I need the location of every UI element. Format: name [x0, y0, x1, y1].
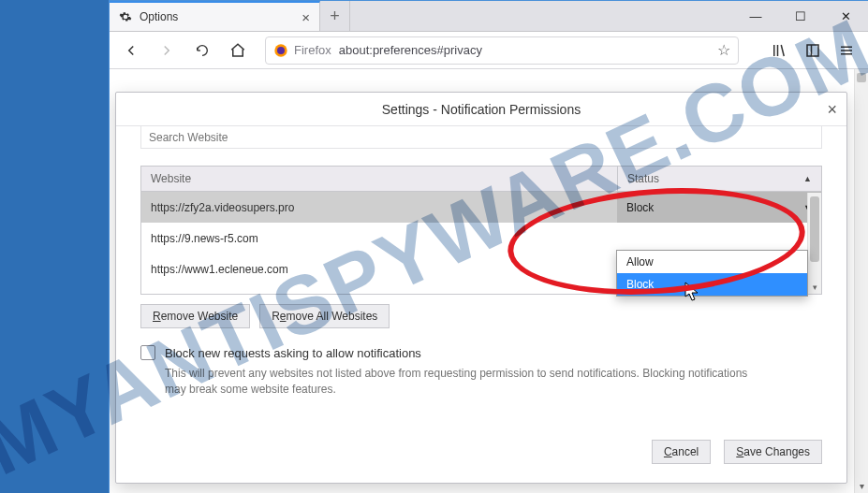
minimize-button[interactable]: —: [733, 1, 778, 31]
window-close-button[interactable]: ✕: [823, 1, 868, 31]
remove-all-websites-button[interactable]: Remove All Websites: [259, 304, 390, 328]
notification-permissions-dialog: Settings - Notification Permissions × We…: [115, 92, 847, 484]
svg-point-1: [277, 47, 285, 54]
tab-options[interactable]: Options ×: [110, 1, 320, 31]
checkbox-label: Block new requests asking to allow notif…: [165, 346, 421, 360]
column-status[interactable]: Status ▲: [617, 167, 821, 191]
tab-bar: Options × + — ☐ ✕: [110, 1, 868, 32]
status-cell[interactable]: Block ▼: [617, 192, 821, 223]
menu-button[interactable]: [832, 36, 861, 65]
scrollbar-thumb[interactable]: [857, 73, 866, 82]
firefox-icon: [273, 43, 288, 58]
reload-button[interactable]: [188, 36, 216, 65]
back-button[interactable]: [117, 36, 145, 65]
right-toolbar: [765, 36, 861, 65]
new-tab-button[interactable]: +: [320, 1, 350, 31]
column-status-label: Status: [627, 172, 659, 185]
table-row[interactable]: https://zfy2a.videosupers.pro Block ▼: [141, 192, 821, 223]
sort-caret-icon: ▲: [803, 174, 812, 183]
svg-rect-2: [807, 45, 818, 56]
website-cell: https://9.news-r5.com: [141, 223, 617, 254]
dialog-title-bar: Settings - Notification Permissions ×: [116, 93, 846, 126]
list-header: Website Status ▲: [141, 167, 821, 192]
list-rows: https://zfy2a.videosupers.pro Block ▼ ht…: [141, 192, 821, 294]
tab-label: Options: [140, 10, 178, 23]
checkbox-block: Block new requests asking to allow notif…: [140, 345, 822, 399]
forward-button[interactable]: [153, 36, 181, 65]
save-changes-button[interactable]: Save Changes: [724, 440, 822, 464]
tab-close-icon[interactable]: ×: [302, 10, 310, 24]
dialog-footer: Cancel Save Changes: [140, 440, 822, 471]
page-scrollbar[interactable]: ▾: [854, 69, 868, 493]
column-website[interactable]: Website: [141, 167, 617, 191]
home-button[interactable]: [224, 36, 252, 65]
gear-icon: [119, 10, 132, 23]
cancel-button[interactable]: Cancel: [652, 440, 711, 464]
remove-website-button[interactable]: Remove Website: [140, 304, 250, 328]
identity-label: Firefox: [294, 43, 331, 57]
content-area: ▾ Settings - Notification Permissions × …: [110, 69, 868, 493]
browser-window: Options × + — ☐ ✕ Firefox about:preferen…: [109, 0, 868, 493]
status-value: Block: [626, 201, 654, 214]
maximize-button[interactable]: ☐: [778, 1, 823, 31]
website-cell: https://www1.ecleneue.com: [141, 254, 617, 284]
website-list: Website Status ▲ https://zfy2a.videosupe…: [140, 166, 822, 295]
block-new-requests-checkbox-row[interactable]: Block new requests asking to allow notif…: [140, 345, 822, 360]
list-scrollbar[interactable]: ▾: [807, 193, 821, 294]
url-text: about:preferences#privacy: [339, 43, 482, 57]
search-website-input[interactable]: [140, 126, 822, 149]
status-dropdown: Allow Block: [616, 250, 808, 297]
address-bar[interactable]: Firefox about:preferences#privacy ☆: [265, 36, 739, 65]
dropdown-option-allow[interactable]: Allow: [617, 251, 807, 273]
website-cell: https://zfy2a.videosupers.pro: [141, 192, 617, 223]
checkbox-description: This will prevent any websites not liste…: [165, 366, 764, 399]
library-button[interactable]: [765, 36, 793, 65]
list-scroll-thumb[interactable]: [810, 196, 819, 262]
bookmark-star-icon[interactable]: ☆: [717, 41, 730, 59]
dialog-body: Website Status ▲ https://zfy2a.videosupe…: [116, 126, 846, 483]
scroll-down-arrow[interactable]: ▾: [855, 481, 868, 491]
remove-button-row: Remove Website Remove All Websites: [140, 304, 822, 328]
checkbox[interactable]: [140, 345, 155, 360]
search-row: [140, 126, 822, 152]
dialog-close-button[interactable]: ×: [827, 99, 837, 119]
list-scroll-down-icon[interactable]: ▾: [808, 283, 821, 292]
dialog-title: Settings - Notification Permissions: [382, 102, 581, 117]
dropdown-option-block[interactable]: Block: [617, 273, 807, 296]
sidebar-button[interactable]: [799, 36, 827, 65]
nav-toolbar: Firefox about:preferences#privacy ☆: [110, 32, 868, 69]
window-controls: — ☐ ✕: [733, 1, 868, 31]
